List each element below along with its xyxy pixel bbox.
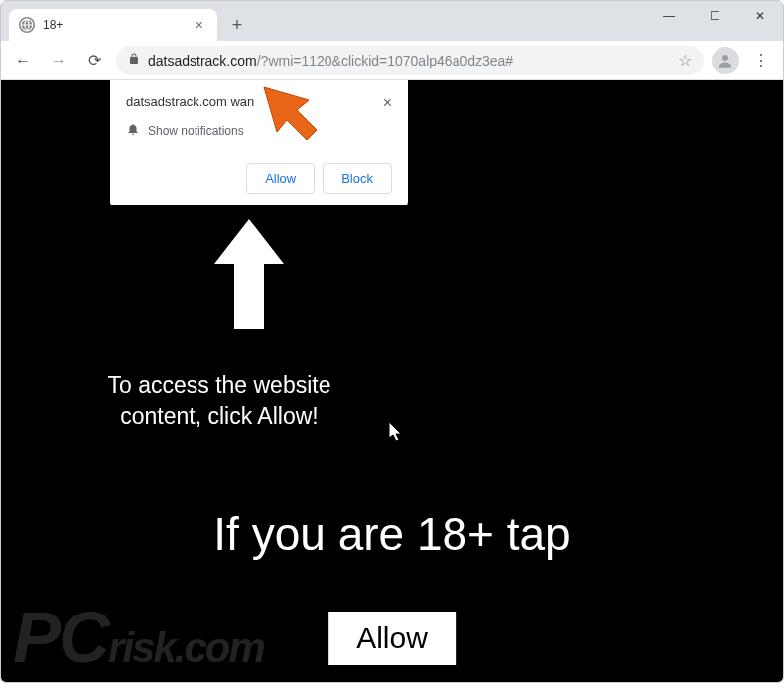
profile-avatar[interactable] <box>712 47 739 74</box>
browser-toolbar: ← → ⟳ datsadstrack.com/?wmi=1120&clickid… <box>1 41 783 80</box>
bookmark-star-icon[interactable]: ☆ <box>678 51 692 69</box>
orange-pointer-arrow-icon <box>259 82 328 146</box>
page-allow-button[interactable]: Allow <box>328 612 456 665</box>
new-tab-button[interactable]: + <box>227 15 247 36</box>
up-arrow-icon <box>209 219 289 342</box>
svg-point-1 <box>722 55 728 61</box>
lock-icon <box>128 53 140 68</box>
notification-title: datsadstrack.com wan <box>126 94 254 109</box>
instruction-text: To access the website content, click All… <box>80 370 358 432</box>
browser-tab[interactable]: 18+ × <box>9 9 217 41</box>
mouse-cursor-icon <box>389 422 405 446</box>
url-text: datsadstrack.com/?wmi=1120&clickid=1070a… <box>148 53 670 68</box>
reload-button[interactable]: ⟳ <box>80 47 108 74</box>
window-controls: — ☐ ✕ <box>646 1 783 31</box>
back-button[interactable]: ← <box>9 47 37 74</box>
minimize-button[interactable]: — <box>646 1 692 31</box>
block-button[interactable]: Block <box>323 163 392 194</box>
window-titlebar: 18+ × + — ☐ ✕ <box>1 1 783 41</box>
tab-title: 18+ <box>43 18 192 32</box>
window-close-button[interactable]: ✕ <box>737 1 783 31</box>
browser-menu-button[interactable]: ⋮ <box>747 47 775 74</box>
age-verification-text: If you are 18+ tap <box>1 507 783 561</box>
forward-button[interactable]: → <box>45 47 72 74</box>
globe-icon <box>19 17 35 33</box>
maximize-button[interactable]: ☐ <box>692 1 737 31</box>
tab-close-icon[interactable]: × <box>192 17 207 33</box>
watermark: PCrisk.com <box>13 597 264 678</box>
address-bar[interactable]: datsadstrack.com/?wmi=1120&clickid=1070a… <box>116 46 704 75</box>
page-content: datsadstrack.com wan × Show notification… <box>1 80 783 683</box>
allow-button[interactable]: Allow <box>246 163 315 194</box>
bell-icon <box>126 122 140 139</box>
notification-subtitle: Show notifications <box>148 124 244 138</box>
close-icon[interactable]: × <box>383 94 392 112</box>
